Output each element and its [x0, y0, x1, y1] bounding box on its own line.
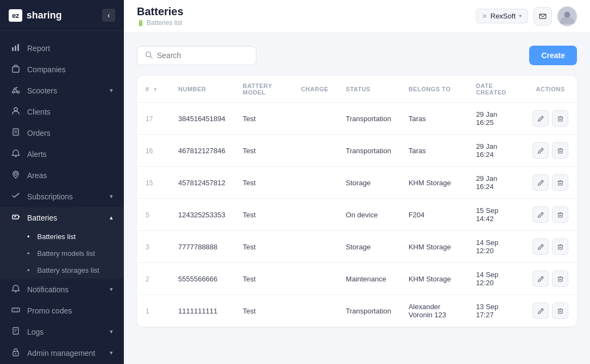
col-header-belongs-to: BELONGS TO [400, 76, 467, 103]
company-badge[interactable]: ✕ RexSoft ▾ [476, 9, 528, 23]
cell-status: Storage [337, 167, 400, 199]
cell-charge [292, 295, 337, 327]
sidebar-item-label-scooters: Scooters [27, 86, 57, 95]
cell-number: 7777788888 [170, 231, 234, 263]
delete-button[interactable] [552, 142, 568, 159]
sidebar-item-label-subscriptions: Subscriptions [27, 192, 73, 201]
edit-button[interactable] [532, 206, 549, 223]
delete-button[interactable] [552, 303, 568, 319]
svg-rect-0 [12, 47, 14, 51]
search-icon [145, 51, 153, 60]
svg-rect-2 [17, 44, 19, 51]
sidebar-item-subscriptions[interactable]: Subscriptions ▾ [0, 186, 124, 207]
col-header-number: NUMBER [170, 76, 234, 103]
company-close-icon[interactable]: ✕ [482, 12, 487, 20]
sidebar-item-areas[interactable]: Areas [0, 165, 124, 186]
sidebar-item-promo-codes[interactable]: Promo codes [0, 300, 124, 321]
sidebar-item-admin-management[interactable]: Admin management ▾ [0, 342, 124, 363]
svg-rect-16 [12, 308, 20, 312]
cell-actions [524, 135, 577, 167]
sidebar-item-battery-models-list[interactable]: Battery models list [27, 245, 124, 262]
sidebar: ez sharing ‹ Report Companies Scooters ▾ [0, 0, 124, 364]
sidebar-item-clients[interactable]: Clients [0, 101, 124, 122]
cell-number: 5555566666 [170, 263, 234, 295]
cell-charge [292, 103, 337, 135]
table-row: 17 384516451894 Test Transportation Tara… [137, 103, 577, 135]
cell-battery-model: Test [234, 103, 292, 135]
sidebar-item-scooters[interactable]: Scooters ▾ [0, 80, 124, 101]
sidebar-item-batteries-list[interactable]: Batteries list [27, 228, 124, 245]
svg-rect-1 [15, 46, 16, 51]
svg-point-6 [16, 87, 17, 88]
cell-battery-model: Test [234, 199, 292, 231]
admin-management-arrow-icon: ▾ [110, 349, 113, 356]
cell-num: 17 [137, 103, 170, 135]
report-icon [11, 43, 21, 53]
batteries-icon [11, 212, 21, 223]
edit-button[interactable] [532, 271, 549, 287]
cell-charge [292, 167, 337, 199]
num-sort-icon[interactable]: ▼ [153, 86, 158, 92]
table-row: 1 1111111111 Test Transportation Alexand… [137, 295, 577, 327]
sidebar-item-report[interactable]: Report [0, 37, 124, 59]
edit-button[interactable] [532, 174, 549, 191]
batteries-arrow-icon: ▴ [110, 214, 113, 221]
cell-status: Storage [337, 231, 400, 263]
notifications-bell-button[interactable] [533, 7, 552, 26]
cell-number: 1111111111 [170, 295, 234, 327]
delete-button[interactable] [552, 206, 568, 223]
cell-charge [292, 263, 337, 295]
svg-rect-35 [558, 181, 562, 185]
logo-area: ez sharing ‹ [0, 0, 124, 31]
sidebar-item-label-orders: Orders [27, 129, 51, 137]
admin-management-icon [11, 348, 21, 358]
sidebar-item-label-batteries: Batteries [27, 214, 57, 222]
page-title-section: Batteries 🔋 Batteries list [137, 5, 469, 27]
col-header-num: # ▼ [137, 76, 170, 103]
sidebar-item-logs[interactable]: Logs ▾ [0, 321, 124, 342]
delete-button[interactable] [552, 110, 568, 127]
subscriptions-icon [11, 191, 21, 202]
cell-actions [524, 263, 577, 295]
edit-button[interactable] [532, 303, 549, 319]
edit-button[interactable] [532, 110, 549, 127]
col-header-date-created: DATE CREATED [467, 76, 524, 103]
delete-button[interactable] [552, 239, 568, 255]
avatar[interactable] [557, 7, 577, 26]
company-dropdown-icon[interactable]: ▾ [519, 12, 522, 20]
cell-belongs-to: KHM Storage [400, 167, 467, 199]
cell-status: Transportation [337, 135, 400, 167]
sidebar-item-alerts[interactable]: Alerts [0, 143, 124, 165]
sidebar-item-notifications[interactable]: Notifications ▾ [0, 279, 124, 300]
create-button[interactable]: Create [529, 46, 577, 65]
clients-icon [11, 106, 21, 117]
svg-rect-38 [558, 213, 562, 217]
cell-num: 5 [137, 199, 170, 231]
svg-rect-29 [558, 117, 562, 121]
cell-date-created: 29 Jan 16:24 [467, 167, 524, 199]
delete-button[interactable] [552, 271, 568, 287]
sidebar-item-orders[interactable]: Orders [0, 122, 124, 143]
svg-point-11 [15, 173, 17, 175]
sidebar-collapse-button[interactable]: ‹ [102, 9, 115, 22]
edit-button[interactable] [532, 239, 549, 255]
col-header-status: STATUS [337, 76, 400, 103]
cell-belongs-to: F204 [400, 199, 467, 231]
cell-status: Transportation [337, 295, 400, 327]
companies-icon [11, 64, 21, 74]
sidebar-item-batteries[interactable]: Batteries ▴ [0, 207, 124, 228]
cell-date-created: 13 Sep 17:27 [467, 295, 524, 327]
cell-belongs-to: Alexander Voronin 123 [400, 295, 467, 327]
cell-actions [524, 295, 577, 327]
sidebar-item-companies[interactable]: Companies [0, 59, 124, 80]
cell-date-created: 29 Jan 16:25 [467, 103, 524, 135]
table-row: 15 457812457812 Test Storage KHM Storage… [137, 167, 577, 199]
sidebar-item-battery-storages-list[interactable]: Battery storages list [27, 262, 124, 279]
cell-actions [524, 167, 577, 199]
delete-button[interactable] [552, 174, 568, 191]
logs-arrow-icon: ▾ [110, 328, 113, 335]
edit-button[interactable] [532, 142, 549, 159]
table-row: 2 5555566666 Test Maintenance KHM Storag… [137, 263, 577, 295]
sidebar-navigation: Report Companies Scooters ▾ Clients [0, 31, 124, 364]
search-input[interactable] [157, 51, 248, 60]
